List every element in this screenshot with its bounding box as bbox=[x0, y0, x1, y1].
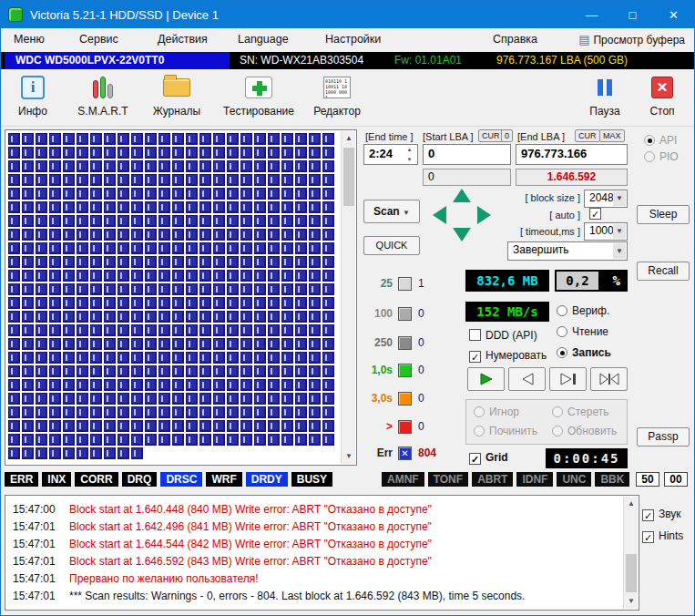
minimize-button[interactable]: — bbox=[571, 1, 612, 28]
block-size-dropdown-icon[interactable]: ▼ bbox=[613, 191, 626, 206]
test-block bbox=[63, 270, 75, 282]
verify-radio[interactable]: Вериф. bbox=[557, 304, 609, 317]
error-badge: BBK bbox=[595, 472, 629, 487]
timeout-combo[interactable]: 10000▼ bbox=[584, 222, 628, 241]
test-block bbox=[309, 283, 321, 295]
device-firmware: Fw: 01.01A01 bbox=[394, 52, 462, 69]
journals-button[interactable]: Журналы bbox=[145, 72, 209, 118]
write-radio[interactable]: Запись bbox=[557, 346, 611, 359]
maximize-button[interactable]: □ bbox=[612, 1, 653, 28]
erase-radio[interactable]: Стереть bbox=[552, 406, 608, 418]
test-block bbox=[295, 270, 307, 282]
goto-end-button[interactable] bbox=[590, 367, 628, 391]
test-block bbox=[63, 201, 75, 213]
quick-button[interactable]: QUICK bbox=[363, 236, 420, 255]
end-time-input[interactable]: 2:24 ▲▼ bbox=[363, 144, 418, 165]
start-lba-zero-button[interactable]: 0 bbox=[501, 129, 513, 142]
error-badge: UNC bbox=[557, 472, 591, 487]
passp-button[interactable]: Passp bbox=[637, 427, 690, 447]
test-block bbox=[227, 229, 239, 241]
end-lba-input[interactable]: 976.773.166 bbox=[516, 144, 628, 165]
test-block bbox=[213, 270, 225, 282]
numerate-checkbox[interactable]: ✓Нумеровать bbox=[469, 349, 547, 363]
test-block bbox=[281, 188, 293, 200]
next-error-button[interactable] bbox=[549, 367, 587, 391]
menu-settings[interactable]: Настройки bbox=[325, 33, 381, 46]
log-line: 15:47:01Block start at 1.644.544 (842 MB… bbox=[13, 536, 432, 553]
menu-service[interactable]: Сервис bbox=[79, 33, 118, 46]
read-radio[interactable]: Чтение bbox=[557, 325, 608, 338]
scan-button[interactable]: Scan ▼ bbox=[363, 200, 420, 223]
sound-checkbox[interactable]: ✓Звук bbox=[642, 508, 681, 521]
block-map-scrollbar[interactable]: ▲ ▼ bbox=[341, 131, 355, 464]
buffer-view-button[interactable]: ▤Просмотр буфера bbox=[578, 33, 685, 46]
step-back-button[interactable] bbox=[508, 367, 546, 391]
test-block bbox=[36, 393, 47, 405]
scroll-down-icon[interactable]: ▼ bbox=[624, 594, 639, 609]
end-lba-cur-button[interactable]: CUR bbox=[575, 129, 600, 142]
scroll-up-icon[interactable]: ▲ bbox=[624, 497, 639, 511]
api-radio[interactable]: API bbox=[644, 134, 677, 147]
test-block bbox=[77, 447, 88, 459]
fix-radio[interactable]: Починить bbox=[474, 425, 537, 437]
scroll-thumb[interactable] bbox=[626, 554, 637, 592]
start-lba-input[interactable]: 0 bbox=[423, 144, 511, 165]
editor-button[interactable]: 010110 110011 101000 0001 Редактор bbox=[305, 72, 369, 118]
hints-checkbox[interactable]: ✓Hints bbox=[642, 529, 683, 543]
seek-right-icon[interactable] bbox=[477, 206, 491, 224]
log-panel: 15:47:00Block start at 1.640.448 (840 MB… bbox=[5, 495, 639, 611]
test-block bbox=[322, 174, 334, 186]
test-block bbox=[322, 379, 334, 391]
pio-radio[interactable]: PIO bbox=[644, 150, 679, 163]
test-block bbox=[268, 201, 280, 213]
scroll-thumb[interactable] bbox=[343, 148, 354, 206]
on-end-dropdown-icon[interactable]: ▼ bbox=[613, 243, 626, 259]
test-block bbox=[295, 420, 307, 432]
test-block bbox=[63, 215, 75, 227]
on-end-combo[interactable]: Завершить▼ bbox=[507, 241, 628, 261]
seek-up-icon[interactable] bbox=[453, 189, 471, 202]
device-model[interactable]: WDC WD5000LPVX-22V0TT0 bbox=[5, 52, 230, 69]
stop-button[interactable]: ✕ Стоп bbox=[637, 72, 688, 118]
timeout-spinner-icon[interactable]: ▼ bbox=[613, 224, 626, 239]
test-block bbox=[22, 447, 34, 459]
scroll-up-icon[interactable]: ▲ bbox=[342, 131, 356, 146]
seek-down-icon[interactable] bbox=[453, 228, 471, 241]
test-block bbox=[49, 311, 61, 323]
menu-main[interactable]: Меню bbox=[14, 33, 45, 46]
checkbox-icon: ✓ bbox=[642, 531, 654, 543]
scan-dropdown-icon[interactable]: ▼ bbox=[403, 209, 410, 217]
title-bar: Victoria 5.21-1 HDD/SSD | Device 1 — □ ✕ bbox=[1, 1, 694, 28]
test-block bbox=[227, 338, 239, 350]
testing-button[interactable]: Тестирование bbox=[218, 72, 300, 118]
info-button[interactable]: i Инфо bbox=[6, 72, 59, 118]
end-lba-max-button[interactable]: MAX bbox=[599, 129, 625, 142]
recall-button[interactable]: Recall bbox=[637, 262, 690, 281]
test-block bbox=[8, 201, 20, 213]
menu-actions[interactable]: Действия bbox=[158, 33, 208, 46]
seek-left-icon[interactable] bbox=[433, 206, 446, 224]
binary-editor-icon: 010110 110011 101000 0001 bbox=[323, 77, 351, 98]
log-scrollbar[interactable]: ▲ ▼ bbox=[623, 497, 638, 609]
sleep-button[interactable]: Sleep bbox=[637, 205, 690, 224]
refresh-radio[interactable]: Обновить bbox=[552, 425, 617, 437]
ddd-api-checkbox[interactable]: DDD (API) bbox=[469, 329, 537, 342]
start-test-button[interactable] bbox=[467, 367, 505, 391]
menu-help[interactable]: Справка bbox=[493, 33, 537, 46]
test-block bbox=[199, 147, 211, 159]
test-block bbox=[254, 147, 266, 159]
grid-checkbox[interactable]: ✓Grid bbox=[469, 451, 508, 465]
test-block bbox=[131, 338, 143, 350]
ignore-radio[interactable]: Игнор bbox=[474, 406, 519, 418]
smart-button[interactable]: S.M.A.R.T bbox=[68, 72, 138, 118]
end-time-spinner-icon[interactable]: ▲▼ bbox=[404, 147, 415, 162]
test-block bbox=[90, 229, 102, 241]
start-lba-cur-button[interactable]: CUR bbox=[478, 129, 504, 142]
pause-button[interactable]: Пауза bbox=[580, 72, 629, 118]
auto-checkbox[interactable]: ✓ bbox=[589, 208, 601, 220]
menu-language[interactable]: Language bbox=[238, 33, 289, 46]
scroll-down-icon[interactable]: ▼ bbox=[342, 449, 356, 464]
close-button[interactable]: ✕ bbox=[653, 1, 694, 28]
test-block bbox=[22, 160, 34, 172]
block-size-combo[interactable]: 2048▼ bbox=[584, 190, 628, 208]
